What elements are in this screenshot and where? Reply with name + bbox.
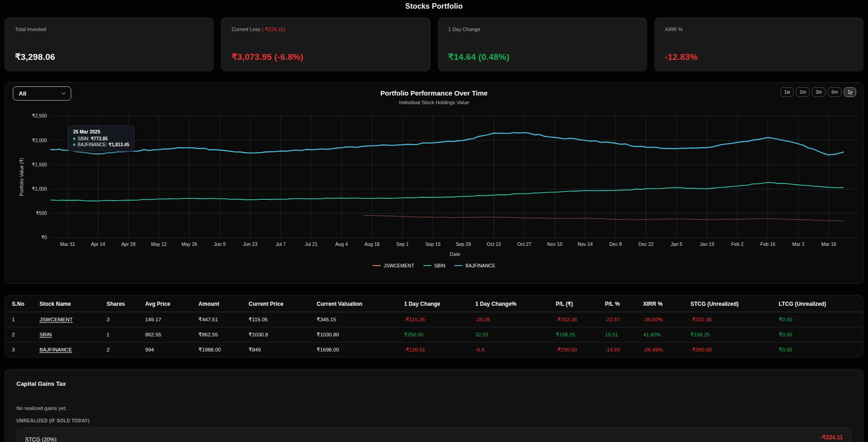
column-header-ltcg: LTCG (Unrealized) bbox=[775, 296, 863, 312]
column-header-amount: Amount bbox=[195, 296, 245, 312]
stock-filter-value: All bbox=[19, 90, 26, 97]
stat-label-note: (-₹224.11) bbox=[262, 27, 285, 32]
range-button-3m[interactable]: 3m bbox=[812, 87, 826, 97]
svg-text:Mar 2: Mar 2 bbox=[792, 242, 805, 247]
cell-pl: -₹102.36 bbox=[552, 312, 601, 327]
cell-xirr: 41.60% bbox=[640, 327, 687, 342]
column-header-sno: S.No bbox=[5, 296, 36, 312]
cell-stcg: -₹290.00 bbox=[687, 342, 775, 357]
legend-line-icon bbox=[454, 265, 463, 266]
column-header-xirr: XIRR % bbox=[640, 296, 687, 312]
column-header-name: Stock Name bbox=[36, 296, 103, 312]
svg-text:₹2,500: ₹2,500 bbox=[32, 113, 47, 118]
svg-text:Apr 14: Apr 14 bbox=[91, 242, 105, 247]
svg-text:Nov 10: Nov 10 bbox=[547, 242, 562, 247]
stat-value: ₹3,298.06 bbox=[15, 52, 203, 62]
range-button-6m[interactable]: 6m bbox=[828, 87, 842, 97]
cell-day_change: -₹115.35 bbox=[400, 312, 472, 327]
cell-day_change: -₹120.01 bbox=[400, 342, 472, 357]
svg-text:Jun 23: Jun 23 bbox=[243, 242, 258, 247]
svg-text:May 26: May 26 bbox=[181, 242, 197, 247]
series-dot-icon bbox=[73, 144, 75, 146]
legend-line-icon bbox=[373, 265, 381, 266]
legend-item-jswcement: JSWCEMENT bbox=[373, 263, 414, 268]
cell-current_valuation: ₹1030.80 bbox=[313, 327, 400, 342]
chevron-down-icon bbox=[62, 91, 66, 95]
column-header-current_price: Current Price bbox=[245, 296, 313, 312]
cell-stcg: ₹168.25 bbox=[687, 327, 775, 342]
range-button-1y[interactable]: 1y bbox=[844, 87, 856, 97]
stcg-label: STCG (20%) bbox=[25, 434, 57, 442]
stock-link-jswcement[interactable]: JSWCEMENT bbox=[39, 317, 73, 322]
column-header-pl: P/L (₹) bbox=[552, 296, 601, 312]
capital-gains-empty-message: No realized gains yet. bbox=[16, 405, 852, 411]
stat-card-day-change: 1 Day Change ₹14.64 (0.48%) bbox=[438, 17, 647, 71]
tooltip-date: 25 Mar 2025 bbox=[73, 129, 129, 134]
table-header-row: S.NoStock NameSharesAvg PriceAmountCurre… bbox=[5, 296, 863, 312]
stat-card-current-loss: Current Loss (-₹224.11) ₹3,073.95 (-6.8%… bbox=[221, 17, 430, 71]
cell-shares: 3 bbox=[103, 312, 142, 327]
tooltip-rows: SBIN: ₹772.85BAJFINANCE: ₹1,813.45 bbox=[73, 136, 129, 147]
cell-day_change_pct: 32.02 bbox=[472, 327, 552, 342]
cell-current_price: ₹849 bbox=[245, 342, 313, 357]
legend-line-icon bbox=[423, 265, 431, 266]
cell-ltcg: ₹0.00 bbox=[775, 312, 863, 327]
stock-link-sbin[interactable]: SBIN bbox=[39, 332, 52, 337]
svg-text:Jan 19: Jan 19 bbox=[700, 242, 715, 247]
unrealized-section-label: UNREALIZED (IF SOLD TODAY) bbox=[16, 418, 852, 423]
stat-label: Total Invested bbox=[15, 27, 203, 32]
svg-text:Aug 4: Aug 4 bbox=[335, 242, 348, 247]
cell-sno: 1 bbox=[5, 312, 36, 327]
svg-text:Jul 21: Jul 21 bbox=[305, 242, 317, 247]
svg-text:Jun 9: Jun 9 bbox=[214, 242, 226, 247]
chart-header: All Portfolio Performance Over Time Indi… bbox=[5, 83, 863, 109]
cell-avg_price: 994 bbox=[142, 342, 195, 357]
stock-link-bajfinance[interactable]: BAJFINANCE bbox=[39, 347, 72, 352]
cell-amount: ₹447.51 bbox=[195, 312, 245, 327]
series-dot-icon bbox=[73, 138, 75, 140]
svg-text:₹500: ₹500 bbox=[36, 211, 47, 216]
column-header-pl_pct: P/L % bbox=[601, 296, 640, 312]
stcg-card: STCG (20%) -₹224.11 est. tax: ₹0.00 bbox=[16, 427, 852, 442]
column-header-day_change: 1 Day Change bbox=[400, 296, 472, 312]
column-header-stcg: STCG (Unrealized) bbox=[687, 296, 775, 312]
cell-name: BAJFINANCE bbox=[36, 342, 103, 357]
cell-shares: 1 bbox=[103, 327, 142, 342]
cell-pl: ₹168.25 bbox=[552, 327, 601, 342]
svg-text:Jul 7: Jul 7 bbox=[276, 242, 286, 247]
cell-name: JSWCEMENT bbox=[36, 312, 103, 327]
cell-avg_price: 149.17 bbox=[142, 312, 195, 327]
stock-filter-select[interactable]: All bbox=[13, 86, 71, 101]
stat-label: Current Loss (-₹224.11) bbox=[231, 27, 420, 32]
page-title: Stocks Portfolio bbox=[0, 0, 868, 11]
cell-xirr: -39.60% bbox=[640, 312, 687, 327]
svg-text:Sep 1: Sep 1 bbox=[396, 242, 409, 247]
cell-current_valuation: ₹345.15 bbox=[313, 312, 400, 327]
svg-text:Jan 5: Jan 5 bbox=[671, 242, 683, 247]
legend-item-sbin: SBIN bbox=[423, 263, 446, 268]
cell-avg_price: 862.55 bbox=[142, 327, 195, 342]
range-button-1m[interactable]: 1m bbox=[796, 87, 810, 97]
range-button-1w[interactable]: 1w bbox=[780, 87, 794, 97]
stat-label: 1 Day Change bbox=[448, 27, 637, 32]
tooltip-row: BAJFINANCE: ₹1,813.45 bbox=[73, 142, 129, 147]
capital-gains-panel: Capital Gains Tax No realized gains yet.… bbox=[5, 369, 863, 442]
column-header-day_change_pct: 1 Day Change% bbox=[472, 296, 552, 312]
cell-sno: 3 bbox=[5, 342, 36, 357]
svg-text:Feb 16: Feb 16 bbox=[760, 242, 775, 247]
cell-amount: ₹1988.00 bbox=[195, 342, 245, 357]
table-row: 1JSWCEMENT3149.17₹447.51₹115.05₹345.15-₹… bbox=[5, 312, 863, 327]
column-header-avg_price: Avg Price bbox=[142, 296, 195, 312]
svg-text:Mar 16: Mar 16 bbox=[821, 242, 836, 247]
svg-text:Aug 18: Aug 18 bbox=[364, 242, 379, 247]
capital-gains-title: Capital Gains Tax bbox=[16, 380, 852, 387]
stat-card-xirr: XIRR % -12.83% bbox=[654, 17, 863, 71]
chart-body: ₹0₹500₹1,000₹1,500₹2,000₹2,500Mar 31Apr … bbox=[5, 109, 863, 261]
stcg-value: -₹224.11 bbox=[811, 434, 843, 441]
svg-text:Oct 13: Oct 13 bbox=[487, 242, 501, 247]
cell-ltcg: ₹0.00 bbox=[775, 327, 863, 342]
stat-value: ₹3,073.95 (-6.8%) bbox=[231, 52, 420, 62]
time-range-buttons: 1w1m3m6m1y bbox=[780, 87, 856, 97]
svg-text:₹0: ₹0 bbox=[41, 235, 47, 240]
table-row: 2SBIN1862.55₹862.55₹1030.8₹1030.80₹250.0… bbox=[5, 327, 863, 342]
